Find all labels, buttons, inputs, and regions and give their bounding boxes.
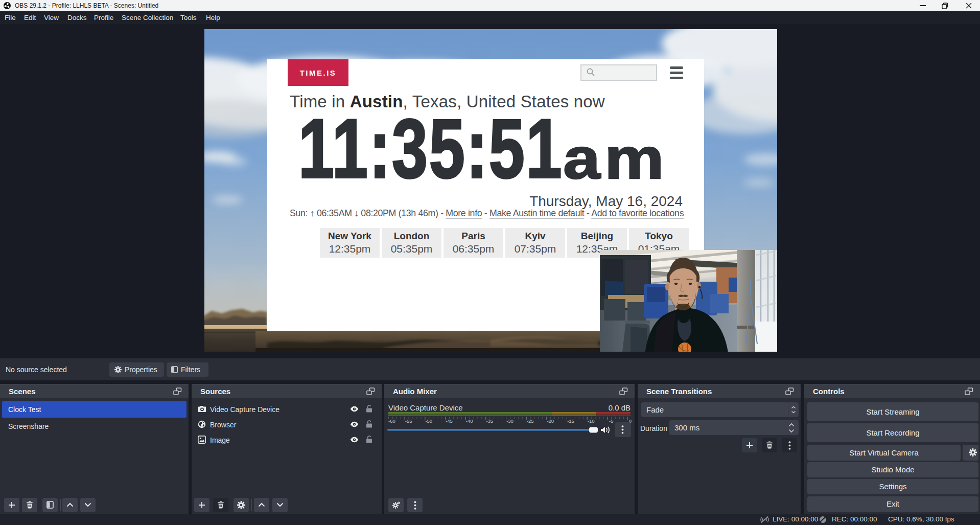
svg-text:-30: -30 [506,418,514,424]
svg-text:-5: -5 [609,418,613,424]
svg-text:-35: -35 [486,418,493,424]
svg-text:-45: -45 [446,418,453,424]
svg-text:-60: -60 [388,418,395,424]
svg-text:-55: -55 [405,418,412,424]
svg-text:-50: -50 [425,418,432,424]
svg-text:-25: -25 [527,418,534,424]
svg-text:-10: -10 [588,418,595,424]
svg-text:-40: -40 [466,418,473,424]
svg-text:-20: -20 [547,418,554,424]
svg-text:-15: -15 [567,418,574,424]
